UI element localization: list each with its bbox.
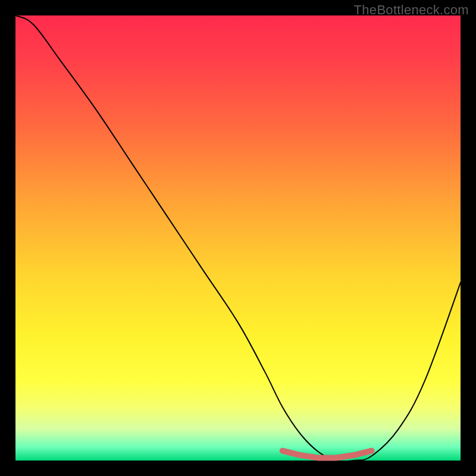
plot-area — [15, 15, 461, 461]
watermark-label: TheBottleneck.com — [354, 2, 469, 18]
chart-svg — [15, 15, 461, 461]
chart-frame: TheBottleneck.com — [0, 0, 476, 476]
highlight-segment-path — [283, 451, 372, 458]
bottleneck-curve-path — [15, 15, 461, 462]
